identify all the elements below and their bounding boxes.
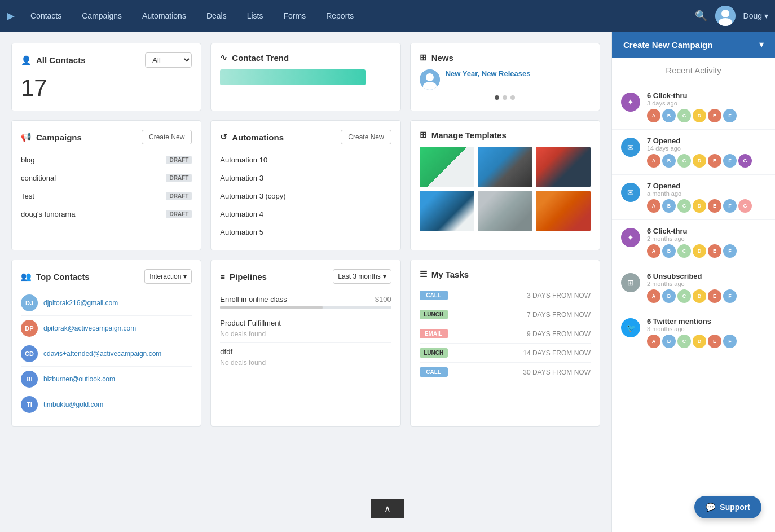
activity-time-2: 14 days ago [647, 145, 766, 152]
activity-content-6: 6 Twitter mentions 3 months ago A B C D … [647, 317, 766, 348]
pipelines-filter[interactable]: Last 3 months ▾ [333, 269, 391, 284]
template-3[interactable] [536, 147, 591, 187]
contact-email-5[interactable]: timbuktu@gold.com [43, 401, 103, 408]
nav-link-reports[interactable]: Reports [316, 0, 364, 32]
nav-right: 🔍 Doug ▾ [695, 6, 768, 26]
nav-link-deals[interactable]: Deals [196, 0, 237, 32]
contact-trend-title: ∿ Contact Trend [220, 52, 289, 63]
activity-time-6: 3 months ago [647, 326, 766, 332]
news-link[interactable]: New Year, New Releases [446, 69, 531, 78]
nav-link-lists[interactable]: Lists [237, 0, 274, 32]
news-dot-1[interactable] [495, 95, 499, 100]
contacts-filter-select[interactable]: All Active Inactive [145, 52, 192, 68]
activity-title-3: 7 Opened [647, 182, 766, 190]
row-2: 📢 Campaigns Create New blog DRAFT condit… [11, 120, 600, 250]
campaign-name-conditional: conditional [21, 174, 56, 182]
nav-link-automations[interactable]: Automations [132, 0, 196, 32]
pipeline-name-2: Product Fulfillment [220, 319, 281, 327]
contact-email-3[interactable]: cdavis+attended@activecampaign.com [43, 350, 161, 358]
top-contacts-title: 👥 Top Contacts [21, 271, 90, 282]
task-item-3: EMAIL 9 DAYS FROM NOW [420, 324, 591, 344]
sidebar-right: Create New Campaign ▾ Recent Activity ✦ … [611, 32, 775, 532]
automation-item-4[interactable]: Automation 4 [220, 205, 391, 223]
support-icon: 💬 [706, 503, 715, 512]
campaign-status-blog: DRAFT [166, 156, 192, 164]
news-dot-2[interactable] [503, 95, 507, 100]
svg-point-1 [721, 10, 729, 17]
automation-item-3copy[interactable]: Automation 3 (copy) [220, 187, 391, 205]
automations-icon: ↺ [220, 132, 227, 142]
activity-icon-5: ⊞ [621, 273, 640, 292]
contacts-icon: 👤 [21, 55, 32, 65]
template-2[interactable] [478, 147, 532, 187]
avatar[interactable] [715, 6, 736, 26]
tasks-icon: ☰ [420, 269, 427, 279]
scroll-up-button[interactable]: ∧ [371, 499, 404, 518]
pipelines-icon: ≡ [220, 272, 225, 282]
campaigns-header: 📢 Campaigns Create New [21, 130, 192, 144]
task-badge-1: CALL [420, 291, 448, 300]
contacts-list: DJ djpitorak216@gmail.com DP dpitorak@ac… [21, 291, 192, 417]
activity-content-2: 7 Opened 14 days ago A B C D E F G [647, 137, 766, 168]
task-item-1: CALL 3 DAYS FROM NOW [420, 286, 591, 305]
nav-link-forms[interactable]: Forms [274, 0, 316, 32]
create-campaign-button[interactable]: Create New Campaign ▾ [612, 32, 775, 58]
manage-templates-header: ⊞ Manage Templates [420, 130, 591, 140]
activity-title-2: 7 Opened [647, 137, 766, 145]
user-menu[interactable]: Doug ▾ [743, 11, 768, 20]
contact-email-4[interactable]: bizburner@outlook.com [43, 375, 115, 383]
nav-link-campaigns[interactable]: Campaigns [72, 0, 132, 32]
news-title: ⊞ News [420, 52, 453, 63]
campaign-item-conditional: conditional DRAFT [21, 169, 192, 187]
top-contacts-card: 👥 Top Contacts Interaction ▾ DJ djpitora… [11, 260, 201, 427]
activity-icon-6: 🐦 [621, 318, 640, 337]
top-contacts-filter[interactable]: Interaction ▾ [144, 269, 192, 284]
content-area: 👤 All Contacts All Active Inactive 17 ∿ [0, 32, 611, 532]
all-contacts-card: 👤 All Contacts All Active Inactive 17 [11, 43, 201, 111]
pipeline-item-3: dfdf No deals found [220, 343, 391, 371]
activity-item-1: ✦ 6 Click-thru 3 days ago A B C D E F [612, 85, 775, 130]
task-date-5: 30 DAYS FROM NOW [523, 368, 591, 376]
template-4[interactable] [420, 191, 474, 231]
template-1[interactable] [420, 147, 474, 187]
campaigns-create-button[interactable]: Create New [142, 130, 192, 144]
automations-card: ↺ Automations Create New Automation 10 A… [210, 120, 400, 250]
task-date-2: 7 DAYS FROM NOW [527, 311, 591, 319]
pipeline-name-3: dfdf [220, 348, 232, 356]
dropdown-icon: ▾ [764, 11, 768, 20]
nav-link-contacts[interactable]: Contacts [20, 0, 72, 32]
template-6[interactable] [536, 191, 591, 231]
task-date-3: 9 DAYS FROM NOW [527, 330, 591, 338]
automations-create-button[interactable]: Create New [341, 130, 391, 144]
news-header: ⊞ News [420, 52, 591, 63]
automation-item-5[interactable]: Automation 5 [220, 223, 391, 241]
my-tasks-card: ☰ My Tasks CALL 3 DAYS FROM NOW LUNCH 7 … [410, 260, 600, 427]
pipeline-item-1: Enroll in online class $100 [220, 291, 391, 314]
contact-email-1[interactable]: djpitorak216@gmail.com [43, 299, 118, 307]
activity-time-4: 2 months ago [647, 235, 766, 242]
row-3: 👥 Top Contacts Interaction ▾ DJ djpitora… [11, 260, 600, 427]
contact-email-2[interactable]: dpitorak@activecampaign.com [43, 324, 136, 332]
news-dot-3[interactable] [510, 95, 515, 100]
support-button[interactable]: 💬 Support [694, 496, 761, 518]
nav-toggle-button[interactable]: ▶ [7, 10, 15, 22]
campaigns-card: 📢 Campaigns Create New blog DRAFT condit… [11, 120, 201, 250]
contact-item-1: DJ djpitorak216@gmail.com [21, 291, 192, 316]
activity-item-3: ✉ 7 Opened a month ago A B C D E F G [612, 175, 775, 220]
task-date-4: 14 DAYS FROM NOW [523, 349, 591, 357]
task-item-2: LUNCH 7 DAYS FROM NOW [420, 305, 591, 324]
pipeline-no-deals-3: No deals found [220, 359, 266, 367]
my-tasks-title: ☰ My Tasks [420, 269, 469, 279]
pipeline-value-1: $100 [375, 295, 391, 304]
activity-content-3: 7 Opened a month ago A B C D E F G [647, 182, 766, 213]
recent-activity-title: Recent Activity [612, 58, 775, 80]
automation-item-10[interactable]: Automation 10 [220, 151, 391, 169]
template-5[interactable] [478, 191, 532, 231]
contact-avatar-5: TI [21, 396, 38, 413]
pipelines-title: ≡ Pipelines [220, 272, 267, 282]
activity-avatars-3: A B C D E F G [647, 199, 766, 213]
automation-item-3[interactable]: Automation 3 [220, 169, 391, 187]
filter-chevron-icon: ▾ [183, 272, 187, 280]
top-contacts-icon: 👥 [21, 271, 32, 282]
search-icon[interactable]: 🔍 [695, 10, 707, 22]
